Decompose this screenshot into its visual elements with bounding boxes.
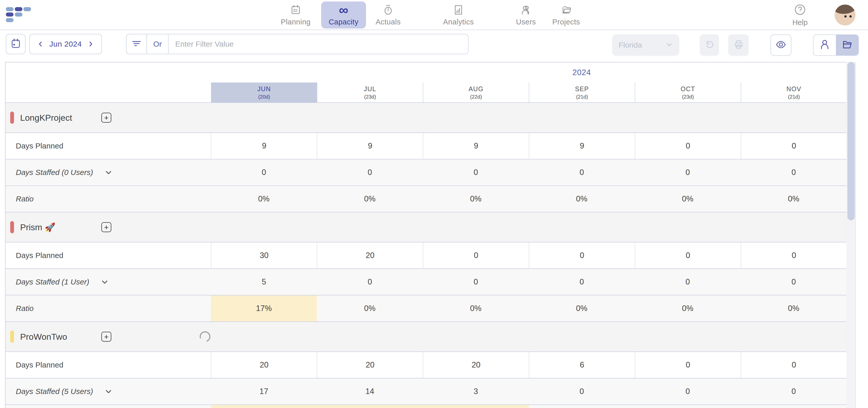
grid-cell[interactable]: 9 bbox=[529, 133, 635, 159]
vertical-scrollbar[interactable] bbox=[846, 62, 856, 408]
expand-chevron-icon[interactable] bbox=[101, 278, 108, 286]
year-label: 2024 bbox=[572, 68, 591, 77]
period-navigator: Jun 2024 bbox=[29, 34, 102, 54]
app-logo[interactable] bbox=[6, 7, 31, 23]
next-month-button[interactable] bbox=[87, 41, 94, 48]
grid-cell[interactable]: 6 bbox=[529, 352, 635, 378]
printer-icon bbox=[733, 39, 744, 51]
grid-cell[interactable]: 5 bbox=[211, 269, 317, 295]
view-options-button[interactable] bbox=[771, 34, 791, 56]
grid-cell-highlighted bbox=[423, 405, 529, 408]
nav-label: Actuals bbox=[376, 18, 401, 26]
grid-cell[interactable]: 9 bbox=[317, 133, 423, 159]
infinity-icon: ∞ bbox=[339, 4, 348, 16]
grid-cell[interactable]: 17 bbox=[211, 378, 317, 404]
grid-cell[interactable]: 0 bbox=[635, 378, 741, 404]
calendar-picker-button[interactable] bbox=[6, 34, 26, 54]
grid-cell: 0% bbox=[635, 295, 741, 321]
row-label: Ratio bbox=[6, 186, 211, 212]
project-title: ProWonTwo bbox=[20, 332, 67, 342]
grid-cell[interactable]: 20 bbox=[211, 352, 317, 378]
month-header-jun[interactable]: JUN (20d) bbox=[211, 83, 317, 102]
grid-cell[interactable]: 20 bbox=[423, 352, 529, 378]
grid-cell[interactable]: 0 bbox=[529, 243, 635, 269]
prev-month-button[interactable] bbox=[37, 41, 44, 48]
grid-cell[interactable]: 0 bbox=[741, 133, 847, 159]
expand-chevron-icon[interactable] bbox=[105, 388, 112, 395]
team-selector-dropdown[interactable]: Florida bbox=[612, 34, 679, 56]
add-allocation-button[interactable]: + bbox=[101, 113, 111, 123]
month-header-nov[interactable]: NOV (21d) bbox=[741, 83, 847, 102]
month-header-jul[interactable]: JUL (23d) bbox=[317, 83, 423, 102]
grid-cell[interactable]: 0 bbox=[635, 269, 741, 295]
grid-cell[interactable]: 0 bbox=[741, 378, 847, 404]
nav-tab-actuals[interactable]: Actuals bbox=[366, 2, 410, 29]
month-header-oct[interactable]: OCT (23d) bbox=[635, 83, 741, 102]
grid-cell[interactable]: 0 bbox=[741, 243, 847, 269]
eye-icon bbox=[775, 39, 787, 52]
user-view-toggle[interactable] bbox=[813, 35, 836, 55]
expand-chevron-icon[interactable] bbox=[105, 168, 112, 176]
grid-cell[interactable]: 0 bbox=[317, 269, 423, 295]
grid-cell[interactable]: 0 bbox=[741, 269, 847, 295]
grid-cell[interactable]: 0 bbox=[317, 159, 423, 185]
row-label: Days Staffed (5 Users) bbox=[6, 378, 211, 404]
filter-or-button[interactable]: Or bbox=[147, 34, 168, 54]
month-header-aug[interactable]: AUG (22d) bbox=[423, 83, 529, 102]
row-label: Ratio bbox=[6, 295, 211, 321]
grid-cell[interactable]: 0 bbox=[635, 133, 741, 159]
grid-cell[interactable]: 0 bbox=[423, 243, 529, 269]
nav-label: Planning bbox=[281, 18, 311, 26]
nav-tab-users[interactable]: Users bbox=[503, 2, 548, 29]
undo-icon bbox=[704, 39, 715, 51]
grid-cell[interactable]: 20 bbox=[317, 243, 423, 269]
days-staffed-row: Days Staffed (1 User) 5 0 0 0 0 0 bbox=[6, 269, 847, 295]
grid-cell[interactable]: 9 bbox=[211, 133, 317, 159]
add-allocation-button[interactable]: + bbox=[101, 222, 111, 232]
grid-cell[interactable]: 0 bbox=[529, 269, 635, 295]
month-header-sep[interactable]: SEP (21d) bbox=[529, 83, 635, 102]
nav-tab-analytics[interactable]: Analytics bbox=[436, 2, 481, 29]
calendar-icon bbox=[10, 38, 21, 50]
grid-cell[interactable]: 9 bbox=[423, 133, 529, 159]
filter-value-input[interactable] bbox=[168, 34, 468, 54]
grid-cell[interactable]: 3 bbox=[423, 378, 529, 404]
nav-tab-planning[interactable]: Planning bbox=[273, 2, 318, 29]
calendar-icon bbox=[290, 4, 301, 16]
grid-cell[interactable]: 0 bbox=[529, 159, 635, 185]
nav-tab-projects[interactable]: Projects bbox=[544, 2, 589, 29]
grid-cell[interactable]: 0 bbox=[529, 378, 635, 404]
grid-cell[interactable]: 0 bbox=[635, 159, 741, 185]
grid-cell: 0% bbox=[317, 295, 423, 321]
print-button[interactable] bbox=[728, 34, 749, 56]
add-allocation-button[interactable]: + bbox=[101, 332, 111, 342]
nav-tab-capacity[interactable]: ∞ Capacity bbox=[321, 2, 366, 29]
undo-button[interactable] bbox=[700, 34, 719, 56]
period-label[interactable]: Jun 2024 bbox=[50, 40, 82, 49]
grid-cell[interactable]: 0 bbox=[741, 352, 847, 378]
person-icon bbox=[819, 39, 830, 51]
scrollbar-thumb[interactable] bbox=[847, 62, 855, 220]
grid-cell: 0% bbox=[635, 186, 741, 212]
project-color-pill bbox=[10, 221, 14, 233]
chevron-down-icon bbox=[666, 41, 673, 49]
grid-cell[interactable]: 30 bbox=[211, 243, 317, 269]
grid-cell bbox=[635, 405, 741, 408]
filter-button[interactable] bbox=[127, 34, 147, 54]
grid-cell[interactable]: 0 bbox=[741, 159, 847, 185]
project-section-header: ProWonTwo + bbox=[6, 321, 847, 351]
help-button[interactable]: Help bbox=[793, 4, 808, 27]
capacity-grid: 2024 JUN (20d) JUL (23d) AUG (22d) SEP (… bbox=[5, 62, 856, 408]
user-avatar[interactable] bbox=[835, 5, 856, 26]
grid-cell[interactable]: 0 bbox=[423, 269, 529, 295]
grid-cell[interactable]: 0 bbox=[423, 159, 529, 185]
grid-cell[interactable]: 0 bbox=[635, 352, 741, 378]
grid-cell[interactable]: 20 bbox=[317, 352, 423, 378]
users-icon bbox=[521, 4, 531, 16]
project-view-toggle[interactable] bbox=[836, 35, 858, 55]
grid-cell: 0% bbox=[317, 186, 423, 212]
project-section-header: LongKProject + bbox=[6, 102, 847, 132]
grid-cell[interactable]: 14 bbox=[317, 378, 423, 404]
grid-cell[interactable]: 0 bbox=[211, 159, 317, 185]
grid-cell[interactable]: 0 bbox=[635, 243, 741, 269]
